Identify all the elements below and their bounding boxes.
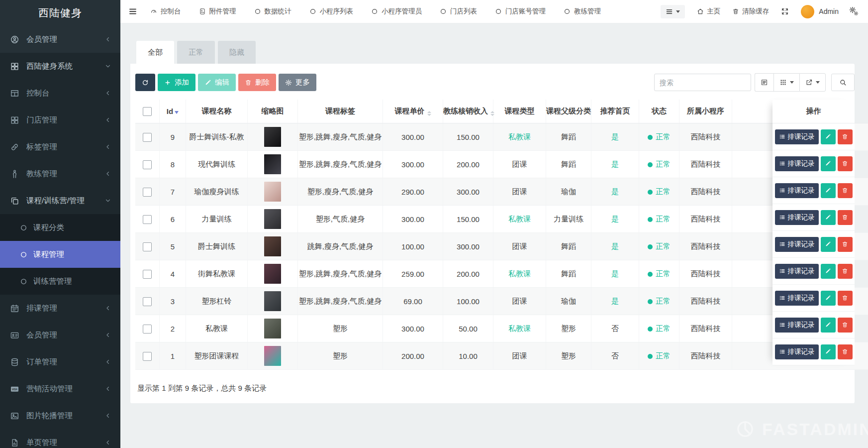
topnav-tab-miniapp-admin[interactable]: 小程序管理员: [371, 7, 422, 16]
row-edit-button[interactable]: [821, 237, 836, 252]
sidebar-item-member-management-top[interactable]: 会员管理: [0, 26, 120, 53]
column-header: 缩略图: [248, 100, 298, 123]
tab-list-dropdown[interactable]: [661, 5, 685, 18]
row-checkbox[interactable]: [143, 188, 152, 197]
row-edit-button[interactable]: [821, 344, 836, 359]
sidebar-item-xilu-fitness-system[interactable]: 西陆健身系统: [0, 53, 120, 80]
schedule-records-button[interactable]: 排课记录: [775, 344, 819, 359]
sidebar-item-course-category[interactable]: 课程分类: [0, 214, 120, 241]
row-delete-button[interactable]: [838, 210, 853, 225]
row-delete-button[interactable]: [838, 291, 853, 306]
settings-gears-button[interactable]: [850, 7, 859, 16]
delete-button[interactable]: 删除: [238, 74, 276, 91]
add-button[interactable]: 添加: [158, 74, 195, 91]
cell-id: 6: [160, 206, 186, 233]
schedule-records-button[interactable]: 排课记录: [775, 264, 819, 279]
sidebar-item-banner-management[interactable]: 图片轮播管理: [0, 402, 120, 429]
topnav-tab-coach-management[interactable]: 教练管理: [564, 7, 601, 16]
fullscreen-button[interactable]: [781, 7, 789, 15]
sidebar-item-page-management[interactable]: 单页管理: [0, 429, 120, 448]
topnav-tab-miniapp-list[interactable]: 小程序列表: [309, 7, 354, 16]
schedule-records-button[interactable]: 排课记录: [775, 237, 819, 252]
row-edit-button[interactable]: [821, 183, 836, 198]
course-thumbnail[interactable]: [264, 154, 281, 174]
search-button[interactable]: [831, 74, 855, 91]
row-delete-button[interactable]: [838, 264, 853, 279]
detail-view-button[interactable]: [755, 73, 773, 92]
row-checkbox[interactable]: [143, 352, 152, 361]
filter-tab[interactable]: 全部: [136, 41, 174, 64]
column-header[interactable]: 课程单价: [383, 100, 443, 123]
course-thumbnail[interactable]: [264, 209, 281, 229]
row-delete-button[interactable]: [838, 237, 853, 252]
username[interactable]: Admin: [819, 7, 839, 15]
sidebar-item-camp-management[interactable]: 训练营管理: [0, 268, 120, 295]
clear-cache-link[interactable]: 清除缓存: [732, 7, 769, 16]
row-edit-button[interactable]: [821, 264, 836, 279]
course-thumbnail[interactable]: [264, 319, 281, 338]
schedule-records-button[interactable]: 排课记录: [775, 210, 819, 225]
row-delete-button[interactable]: [838, 344, 853, 359]
course-thumbnail[interactable]: [264, 236, 281, 256]
sidebar-item-member-management[interactable]: 会员管理: [0, 322, 120, 348]
course-thumbnail[interactable]: [264, 291, 281, 311]
schedule-records-button[interactable]: 排课记录: [775, 129, 819, 144]
home-link[interactable]: 主页: [697, 7, 720, 16]
column-header: 所属小程序: [679, 100, 732, 123]
edit-button[interactable]: 编辑: [198, 74, 236, 91]
sidebar-item-tag-management[interactable]: 标签管理: [0, 133, 120, 160]
topnav-tab-store-list[interactable]: 门店列表: [440, 7, 477, 16]
sidebar-item-schedule-management[interactable]: 排课管理: [0, 295, 120, 322]
schedule-records-button[interactable]: 排课记录: [775, 156, 819, 171]
schedule-records-button[interactable]: 排课记录: [775, 318, 819, 333]
filter-tab[interactable]: 隐藏: [218, 41, 256, 64]
sidebar-item-marketing-management[interactable]: VISA营销活动管理: [0, 375, 120, 402]
schedule-records-button[interactable]: 排课记录: [775, 183, 819, 198]
row-edit-button[interactable]: [821, 129, 836, 144]
actions-row: 排课记录: [772, 123, 855, 150]
course-thumbnail[interactable]: [264, 264, 281, 284]
row-edit-button[interactable]: [821, 156, 836, 171]
row-delete-button[interactable]: [838, 183, 853, 198]
row-checkbox[interactable]: [143, 160, 152, 169]
sidebar-item-dashboard[interactable]: 控制台: [0, 80, 120, 107]
row-checkbox[interactable]: [143, 242, 152, 251]
columns-dropdown-button[interactable]: [773, 73, 799, 92]
topnav-tab-store-account-management[interactable]: 门店账号管理: [495, 7, 546, 16]
sidebar-item-store-management[interactable]: 门店管理: [0, 107, 120, 133]
export-dropdown-button[interactable]: [799, 73, 826, 92]
sidebar-item-course-management[interactable]: 课程管理: [0, 241, 120, 268]
refresh-button[interactable]: [135, 74, 155, 91]
column-header[interactable]: 教练核销收入: [443, 100, 493, 123]
column-header[interactable]: Id: [160, 100, 186, 123]
row-checkbox[interactable]: [143, 270, 152, 279]
row-checkbox[interactable]: [143, 297, 152, 306]
select-all-checkbox[interactable]: [143, 107, 152, 116]
cell-course-type: 团课: [493, 233, 546, 260]
row-delete-button[interactable]: [838, 318, 853, 333]
sidebar-item-course-camp-management[interactable]: 课程/训练营/管理: [0, 187, 120, 214]
course-thumbnail[interactable]: [264, 346, 281, 366]
row-edit-button[interactable]: [821, 318, 836, 333]
sidebar-item-order-management[interactable]: 订单管理: [0, 348, 120, 375]
row-delete-button[interactable]: [838, 156, 853, 171]
list-icon: [779, 241, 785, 247]
topnav-tab-data-statistics[interactable]: 数据统计: [254, 7, 291, 16]
row-edit-button[interactable]: [821, 291, 836, 306]
topnav-tab-attachment-management[interactable]: 附件管理: [199, 7, 236, 16]
row-checkbox[interactable]: [143, 325, 152, 334]
row-edit-button[interactable]: [821, 210, 836, 225]
row-checkbox[interactable]: [143, 133, 152, 142]
course-thumbnail[interactable]: [264, 182, 281, 202]
row-delete-button[interactable]: [838, 129, 853, 144]
more-button[interactable]: 更多: [279, 74, 316, 91]
topnav-tab-console[interactable]: 控制台: [150, 7, 181, 16]
course-thumbnail[interactable]: [264, 127, 281, 147]
schedule-records-button[interactable]: 排课记录: [775, 291, 819, 306]
sidebar-item-coach-management[interactable]: 教练管理: [0, 160, 120, 187]
sidebar-toggle-button[interactable]: [128, 7, 137, 16]
search-input[interactable]: [654, 74, 751, 91]
filter-tab[interactable]: 正常: [177, 41, 215, 64]
row-checkbox[interactable]: [143, 215, 152, 224]
user-avatar[interactable]: [801, 5, 814, 18]
